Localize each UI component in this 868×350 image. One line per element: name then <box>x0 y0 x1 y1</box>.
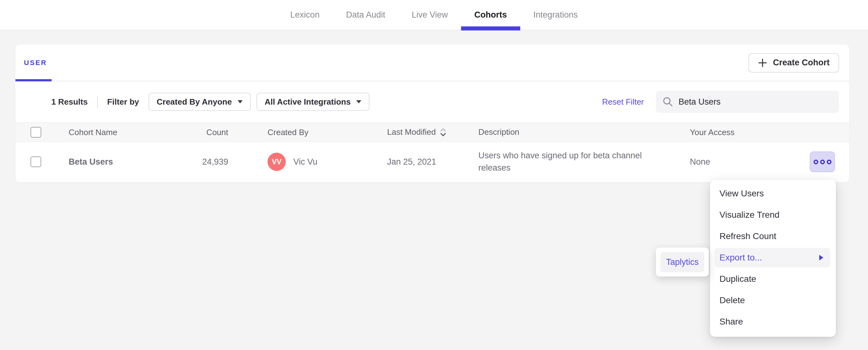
col-cohort-name: Cohort Name <box>69 127 117 137</box>
submenu-item-taplytics[interactable]: Taplytics <box>660 252 704 272</box>
chevron-down-icon <box>356 100 361 103</box>
col-count: Count <box>151 127 228 137</box>
divider <box>97 96 98 108</box>
row-actions-button[interactable] <box>810 151 835 172</box>
menu-item-share[interactable]: Share <box>710 311 836 332</box>
tab-integrations-label: Integrations <box>533 10 578 20</box>
cohorts-panel: USER Create Cohort 1 Results Filter by C… <box>16 45 849 182</box>
col-last-modified[interactable]: Last Modified <box>387 127 446 137</box>
tab-user[interactable]: USER <box>24 59 47 67</box>
select-all-checkbox[interactable] <box>31 127 41 138</box>
last-modified-cell: Jan 25, 2021 <box>387 157 436 167</box>
tab-cohorts[interactable]: Cohorts <box>461 0 520 30</box>
search-box[interactable] <box>656 91 839 113</box>
panel-tab-row: USER Create Cohort <box>16 45 849 81</box>
tab-data-audit[interactable]: Data Audit <box>333 0 398 30</box>
menu-item-visualize-trend[interactable]: Visualize Trend <box>710 204 836 225</box>
search-icon <box>662 96 674 107</box>
plus-icon <box>758 58 767 68</box>
col-created-by: Created By <box>268 127 308 137</box>
menu-item-delete[interactable]: Delete <box>710 290 836 311</box>
user-tab-underline <box>16 79 52 81</box>
submenu-arrow-icon <box>819 255 823 260</box>
tab-integrations[interactable]: Integrations <box>520 0 591 30</box>
created-by-cell: VV Vic Vu <box>268 153 317 171</box>
active-tab-underline <box>461 26 520 31</box>
tab-lexicon[interactable]: Lexicon <box>277 0 333 30</box>
top-nav: Lexicon Data Audit Live View Cohorts Int… <box>0 0 868 31</box>
tab-live-view-label: Live View <box>412 10 448 20</box>
avatar: VV <box>268 153 286 171</box>
ellipsis-icon <box>820 160 825 164</box>
tab-cohorts-label: Cohorts <box>474 10 507 20</box>
description-cell: Users who have signed up for beta channe… <box>478 149 655 174</box>
tab-lexicon-label: Lexicon <box>290 10 319 20</box>
col-last-modified-label: Last Modified <box>387 127 436 137</box>
col-your-access: Your Access <box>690 127 735 137</box>
menu-item-refresh-count[interactable]: Refresh Count <box>710 225 836 247</box>
ellipsis-icon <box>827 160 832 164</box>
created-by-dropdown-value: Created By Anyone <box>157 97 232 107</box>
create-cohort-button[interactable]: Create Cohort <box>748 53 839 73</box>
creator-name: Vic Vu <box>293 157 317 167</box>
row-context-menu: View Users Visualize Trend Refresh Count… <box>710 180 836 337</box>
search-input[interactable] <box>679 97 833 107</box>
results-count: 1 Results <box>51 97 88 107</box>
created-by-dropdown[interactable]: Created By Anyone <box>149 93 251 111</box>
menu-item-export-to-label: Export to... <box>719 253 762 262</box>
menu-item-export-to[interactable]: Export to... <box>714 248 830 267</box>
sort-icon <box>440 127 446 137</box>
reset-filter-link[interactable]: Reset Filter <box>602 97 644 107</box>
integrations-dropdown[interactable]: All Active Integrations <box>256 93 370 111</box>
row-checkbox[interactable] <box>31 156 41 167</box>
tab-data-audit-label: Data Audit <box>346 10 385 20</box>
filter-row: 1 Results Filter by Created By Anyone Al… <box>16 81 849 122</box>
chevron-down-icon <box>238 100 243 103</box>
menu-item-view-users[interactable]: View Users <box>710 183 836 204</box>
cohort-count: 24,939 <box>151 157 228 167</box>
tab-live-view[interactable]: Live View <box>398 0 461 30</box>
ellipsis-icon <box>813 160 818 164</box>
create-cohort-label: Create Cohort <box>773 58 830 68</box>
table-row: Beta Users 24,939 VV Vic Vu Jan 25, 2021… <box>16 142 849 182</box>
your-access-cell: None <box>690 157 710 167</box>
menu-item-duplicate[interactable]: Duplicate <box>710 268 836 290</box>
cohort-name-link[interactable]: Beta Users <box>69 157 113 167</box>
integrations-dropdown-value: All Active Integrations <box>265 97 351 107</box>
table-header: Cohort Name Count Created By Last Modifi… <box>16 122 849 142</box>
export-submenu: Taplytics <box>656 248 709 277</box>
col-description: Description <box>478 126 655 138</box>
filter-by-label: Filter by <box>107 97 139 107</box>
